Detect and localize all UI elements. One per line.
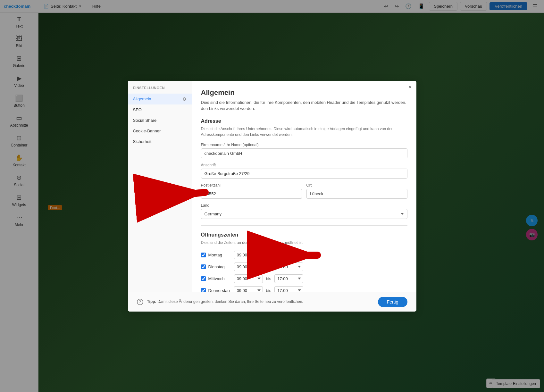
- day-label-mittwoch: Mittwoch: [208, 276, 234, 281]
- nav-item-allgemein[interactable]: Allgemein ⚙: [128, 94, 192, 104]
- modal-heading: Allgemein: [201, 88, 407, 97]
- hours-section-title: Öffnungszeiten: [201, 232, 407, 238]
- from-time-dienstag[interactable]: 09:00: [234, 263, 263, 271]
- hours-section-desc: Dies sind die Zeiten, an denen Ihr Unter…: [201, 240, 407, 246]
- hours-row-montag: Montag 09:00 bis 17:00: [201, 251, 407, 259]
- nav-item-label: Allgemein: [133, 96, 151, 101]
- land-select[interactable]: Germany Austria Switzerland: [201, 209, 407, 219]
- nav-item-label: Cookie-Banner: [133, 129, 161, 133]
- plz-input[interactable]: [201, 189, 302, 199]
- to-time-montag[interactable]: 17:00: [274, 251, 303, 259]
- checkbox-mittwoch[interactable]: [201, 276, 206, 281]
- modal-nav-title: EINSTELLUNGEN: [128, 86, 192, 94]
- tip-text: Tipp: Damit diese Änderungen greifen, de…: [147, 299, 374, 304]
- nav-item-seo[interactable]: SEO: [128, 104, 192, 115]
- modal-content: Allgemein Dies sind die Informationen, d…: [192, 81, 416, 292]
- modal-overlay: EINSTELLUNGEN Allgemein ⚙ SEO Social Sha…: [0, 0, 544, 392]
- from-time-donnerstag[interactable]: 09:00: [234, 286, 263, 292]
- day-label-montag: Montag: [208, 253, 234, 257]
- bis-label-donnerstag: bis: [266, 288, 272, 292]
- checkbox-donnerstag[interactable]: [201, 288, 206, 292]
- modal-close-button[interactable]: ×: [408, 84, 412, 91]
- land-group: Land Germany Austria Switzerland: [201, 203, 407, 219]
- nav-item-label: Social Share: [133, 118, 157, 123]
- day-label-donnerstag: Donnerstag: [208, 288, 234, 292]
- to-time-mittwoch[interactable]: 17:00: [274, 274, 303, 283]
- checkbox-dienstag[interactable]: [201, 264, 206, 269]
- nav-item-social-share[interactable]: Social Share: [128, 115, 192, 126]
- nav-item-label: SEO: [133, 107, 142, 112]
- ort-input[interactable]: [306, 189, 407, 199]
- to-time-donnerstag[interactable]: 17:00: [274, 286, 303, 292]
- bis-label-montag: bis: [266, 253, 272, 257]
- firmenname-group: Firmenname / Ihr Name (optional): [201, 143, 407, 158]
- anschrift-label: Anschrift: [201, 163, 407, 167]
- ort-group: Ort: [306, 183, 407, 199]
- hours-table: Montag 09:00 bis 17:00 Dienstag 09:00 bi…: [201, 251, 407, 292]
- anschrift-input[interactable]: [201, 169, 407, 179]
- checkbox-montag[interactable]: [201, 253, 206, 257]
- nav-item-label: Sicherheit: [133, 139, 152, 144]
- gear-icon: ⚙: [182, 96, 187, 102]
- from-time-montag[interactable]: 09:00: [234, 251, 263, 259]
- to-time-dienstag[interactable]: 17:00: [274, 263, 303, 271]
- ort-label: Ort: [306, 183, 407, 188]
- settings-modal: EINSTELLUNGEN Allgemein ⚙ SEO Social Sha…: [128, 81, 416, 312]
- fertig-button[interactable]: Fertig: [378, 297, 407, 307]
- modal-nav: EINSTELLUNGEN Allgemein ⚙ SEO Social Sha…: [128, 81, 192, 292]
- modal-subtitle: Dies sind die Informationen, die für Ihr…: [201, 99, 407, 112]
- plz-label: Postleitzahl: [201, 183, 302, 188]
- hours-row-dienstag: Dienstag 09:00 bis 17:00: [201, 263, 407, 271]
- tip-message: Damit diese Änderungen greifen, denken S…: [157, 299, 303, 304]
- nav-item-cookie-banner[interactable]: Cookie-Banner: [128, 126, 192, 136]
- tip-label: Tipp:: [147, 299, 156, 304]
- address-section-desc: Dies ist die Anschrift Ihres Unternehmen…: [201, 126, 407, 138]
- plz-group: Postleitzahl: [201, 183, 302, 199]
- plz-ort-row: Postleitzahl Ort: [201, 183, 407, 203]
- land-label: Land: [201, 203, 407, 208]
- firmenname-label: Firmenname / Ihr Name (optional): [201, 143, 407, 147]
- firmenname-input[interactable]: [201, 148, 407, 158]
- day-label-dienstag: Dienstag: [208, 264, 234, 269]
- tip-icon: ?: [137, 299, 143, 305]
- bis-label-mittwoch: bis: [266, 276, 272, 281]
- modal-footer: ? Tipp: Damit diese Änderungen greifen, …: [128, 292, 416, 312]
- hours-row-donnerstag: Donnerstag 09:00 bis 17:00: [201, 286, 407, 292]
- address-section-title: Adresse: [201, 118, 407, 124]
- bis-label-dienstag: bis: [266, 264, 272, 269]
- hours-row-mittwoch: Mittwoch 09:00 bis 17:00: [201, 274, 407, 283]
- anschrift-group: Anschrift: [201, 163, 407, 179]
- nav-item-sicherheit[interactable]: Sicherheit: [128, 136, 192, 147]
- from-time-mittwoch[interactable]: 09:00: [234, 274, 263, 283]
